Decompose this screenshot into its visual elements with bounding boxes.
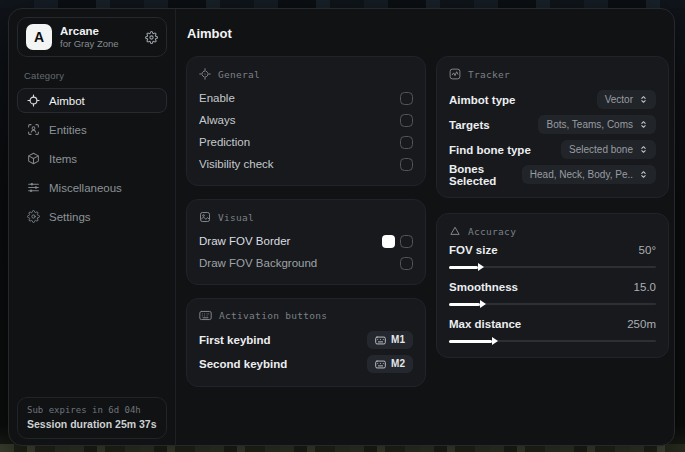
dropdown-value: Vector [605, 93, 633, 106]
sidebar: A Arcane for Gray Zone Category Aimbot [9, 9, 176, 445]
card-title: Tracker [468, 69, 510, 80]
prediction-checkbox[interactable] [400, 136, 413, 149]
setting-label: Find bone type [449, 144, 531, 156]
setting-label: Draw FOV Background [199, 257, 317, 269]
setting-label: Enable [199, 92, 235, 104]
sidebar-item-settings[interactable]: Settings [17, 204, 167, 229]
chevrons-up-down-icon [639, 120, 648, 129]
fov-size-slider[interactable] [449, 263, 656, 271]
setting-label: First keybind [199, 334, 271, 346]
dropdown-value: Selected bone [569, 143, 633, 156]
bones-selected-dropdown[interactable]: Head, Neck, Body, Pe.. [522, 165, 656, 184]
sidebar-item-entities[interactable]: Entities [17, 117, 167, 142]
setting-row-visibility-check: Visibility check [199, 153, 413, 175]
visual-card: Visual Draw FOV Border Draw FOV Backgrou… [186, 199, 426, 285]
setting-label: Always [199, 114, 235, 126]
max-distance-slider[interactable] [449, 337, 656, 345]
tracker-card-header: Tracker [449, 68, 656, 80]
enable-checkbox[interactable] [400, 92, 413, 105]
fov-size-value: 50° [639, 244, 656, 256]
second-keybind-button[interactable]: M2 [367, 355, 413, 373]
first-keybind-button[interactable]: M1 [367, 331, 413, 349]
setting-row-targets: Targets Bots, Teams, Coms [449, 112, 656, 137]
app-subtitle: for Gray Zone [60, 38, 137, 50]
setting-label: Targets [449, 119, 490, 131]
slider-thumb[interactable] [480, 300, 486, 308]
activation-buttons-card: Activation buttons First keybind M1 Seco… [186, 298, 426, 387]
setting-label: Aimbot type [449, 94, 515, 106]
find-bone-type-dropdown[interactable]: Selected bone [561, 140, 656, 159]
sidebar-item-label: Settings [49, 211, 91, 223]
setting-row-second-keybind: Second keybind M2 [199, 352, 413, 376]
aimbot-type-dropdown[interactable]: Vector [597, 90, 656, 109]
fov-border-color-swatch[interactable] [382, 235, 395, 248]
dropdown-value: Bots, Teams, Coms [546, 118, 633, 131]
setting-label: Smoothness [449, 281, 518, 293]
setting-row-smoothness: Smoothness 15.0 [449, 281, 656, 308]
chevrons-up-down-icon [639, 145, 648, 154]
slider-fill [449, 266, 478, 269]
right-column: Tracker Aimbot type Vector Targets [436, 56, 669, 358]
gear-icon[interactable] [145, 31, 158, 44]
visual-card-header: Visual [199, 211, 413, 223]
setting-row-find-bone-type: Find bone type Selected bone [449, 137, 656, 162]
setting-row-aimbot-type: Aimbot type Vector [449, 87, 656, 112]
package-icon [27, 152, 40, 165]
always-checkbox[interactable] [400, 114, 413, 127]
background-game-top [0, 0, 685, 8]
draw-fov-border-checkbox[interactable] [400, 235, 413, 248]
sidebar-item-label: Entities [49, 124, 87, 136]
activity-icon [449, 68, 461, 80]
gear-icon [27, 210, 40, 223]
keybind-value: M1 [391, 334, 405, 346]
setting-label: Max distance [449, 318, 521, 330]
setting-row-max-distance: Max distance 250m [449, 318, 656, 345]
setting-row-first-keybind: First keybind M1 [199, 328, 413, 352]
draw-fov-background-checkbox[interactable] [400, 257, 413, 270]
sub-expires-text: Sub expires in 6d 04h [27, 405, 157, 415]
setting-label: Bones Selected [449, 163, 522, 187]
card-title: General [218, 69, 260, 80]
main-content: Aimbot General Enable Al [176, 9, 674, 445]
smoothness-slider[interactable] [449, 300, 656, 308]
setting-label: Second keybind [199, 358, 287, 370]
triangle-icon [449, 225, 461, 237]
dropdown-value: Head, Neck, Body, Pe.. [530, 168, 633, 181]
content-columns: General Enable Always Prediction [186, 56, 669, 387]
setting-label: Visibility check [199, 158, 274, 170]
keybind-value: M2 [391, 358, 405, 370]
session-duration-text: Session duration 25m 37s [27, 418, 157, 430]
card-title: Accuracy [468, 226, 516, 237]
sliders-icon [27, 181, 40, 194]
accuracy-card-header: Accuracy [449, 225, 656, 237]
sidebar-item-aimbot[interactable]: Aimbot [17, 88, 167, 113]
sidebar-item-miscellaneous[interactable]: Miscellaneous [17, 175, 167, 200]
slider-thumb[interactable] [492, 337, 498, 345]
left-column: General Enable Always Prediction [186, 56, 426, 387]
setting-row-enable: Enable [199, 87, 413, 109]
brand-text: Arcane for Gray Zone [60, 24, 137, 50]
chevrons-up-down-icon [639, 170, 648, 179]
sidebar-item-label: Items [49, 153, 77, 165]
visibility-check-checkbox[interactable] [400, 158, 413, 171]
setting-row-draw-fov-background: Draw FOV Background [199, 252, 413, 274]
slider-thumb[interactable] [478, 263, 484, 271]
app-name: Arcane [60, 24, 137, 38]
app-logo: A [26, 24, 52, 50]
targets-dropdown[interactable]: Bots, Teams, Coms [538, 115, 656, 134]
sidebar-item-label: Aimbot [49, 95, 85, 107]
card-title: Activation buttons [219, 310, 327, 321]
accuracy-card: Accuracy FOV size 50° [436, 213, 669, 358]
card-title: Visual [218, 212, 254, 223]
sidebar-item-items[interactable]: Items [17, 146, 167, 171]
setting-row-bones-selected: Bones Selected Head, Neck, Body, Pe.. [449, 162, 656, 187]
image-icon [199, 211, 211, 223]
setting-label: FOV size [449, 244, 498, 256]
page-title: Aimbot [187, 26, 669, 41]
slider-fill [449, 340, 492, 343]
setting-row-prediction: Prediction [199, 131, 413, 153]
setting-row-fov-size: FOV size 50° [449, 244, 656, 271]
keyboard-icon [375, 360, 386, 369]
setting-label: Prediction [199, 136, 250, 148]
brand-header: A Arcane for Gray Zone [17, 17, 167, 57]
